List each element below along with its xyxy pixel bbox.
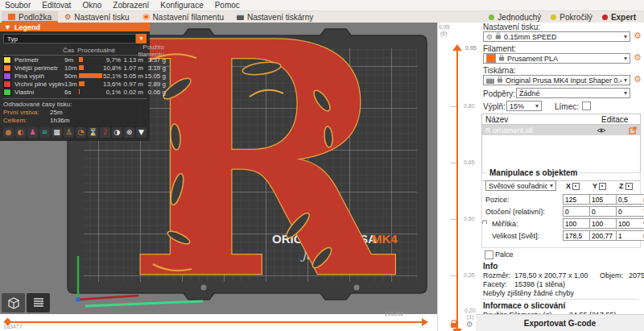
collapse-arrow-icon: ▼ xyxy=(4,23,11,31)
lock-icon[interactable] xyxy=(451,323,457,328)
chevron-down-icon: ▼ xyxy=(136,34,147,43)
move-slider-max-value: 226232 xyxy=(385,311,403,317)
position-z-input[interactable] xyxy=(616,194,644,205)
total-time: Celkem: 1h36m xyxy=(3,116,147,124)
size-z-input[interactable] xyxy=(616,230,644,241)
scale-y-input[interactable] xyxy=(589,218,619,229)
custom-gcodes-icon[interactable]: ⌛ xyxy=(88,127,98,138)
export-gcode-label: Exportovat G-code xyxy=(524,319,596,328)
layer-tick xyxy=(451,219,456,220)
menu-pomoc[interactable]: Pomoc xyxy=(215,1,240,10)
tool-marker-icon[interactable]: ▼ xyxy=(136,127,147,138)
tab-nastaveni-filamentu[interactable]: Nastavení filamentu xyxy=(136,11,230,23)
color-changes-icon[interactable]: ♙ xyxy=(64,127,74,138)
menu-zobrazeni[interactable]: Zobrazení xyxy=(113,1,149,10)
size-x-input[interactable] xyxy=(563,230,592,241)
size-y-input[interactable] xyxy=(589,230,619,241)
brim-label: Límec: xyxy=(555,102,579,111)
tab-podlozka[interactable]: Podložka xyxy=(2,11,58,23)
supports-select[interactable]: Žádné ▾ xyxy=(516,88,630,98)
tool-changes-icon[interactable]: ▦ xyxy=(52,127,62,138)
brim-checkbox[interactable] xyxy=(582,101,591,110)
rotation-y-input[interactable] xyxy=(589,206,619,217)
eye-icon[interactable] xyxy=(597,127,606,134)
chevron-down-icon: ▾ xyxy=(624,89,627,97)
x-axis-header: X xyxy=(566,182,580,190)
facets-label: Facety: xyxy=(483,280,507,288)
legend-panel: ▼ Legend Typ ▼ Čas Procentuálně Použito … xyxy=(0,23,150,141)
inches-checkbox[interactable] xyxy=(485,250,493,259)
estimates-icon[interactable]: 2 xyxy=(100,127,110,138)
scale-x-input[interactable] xyxy=(563,218,592,229)
tab-nastaveni-tiskarny[interactable]: Nastavení tiskárny xyxy=(230,11,320,23)
layer-slider-column xyxy=(437,23,481,331)
export-gcode-button[interactable]: Exportovat G-code xyxy=(476,314,644,331)
mode-simple-button[interactable]: Jednoduchý xyxy=(489,13,541,22)
menu-konfigurace[interactable]: Konfigurace xyxy=(160,1,203,10)
retractions-icon[interactable]: ● xyxy=(3,127,14,138)
rotation-x-input[interactable] xyxy=(563,206,592,217)
position-x-input[interactable] xyxy=(563,194,592,205)
green-dot-icon xyxy=(489,14,494,20)
layer-slider-top-static: 0,95 xyxy=(439,24,450,30)
layer-slider-bottom-value: 0,20 xyxy=(464,308,476,313)
rotation-z-input[interactable] xyxy=(616,206,644,217)
travels-icon[interactable]: ≡ xyxy=(39,127,50,138)
rotation-label: Otočení (relativní): xyxy=(485,208,545,216)
position-y-input[interactable] xyxy=(589,194,619,205)
mode-label: Jednoduchý xyxy=(497,13,541,22)
move-slider-track[interactable] xyxy=(10,321,423,323)
3d-viewport[interactable]: ORIGINAL PRUSA MK4 Josef Prusa R xyxy=(0,23,437,314)
printer-icon xyxy=(486,77,494,84)
model-object-r[interactable]: R xyxy=(126,24,398,314)
percent-bar xyxy=(79,89,80,94)
mode-advanced-button[interactable]: Pokročilý xyxy=(551,13,592,22)
legend-row-top-solid-infill: Vrchní plné výplně13m 13,6%0.97 m2.89 g xyxy=(3,80,147,88)
layer-slider-top-value: 0,95 xyxy=(465,45,477,51)
layer-slider-bottom-index: (1) xyxy=(467,314,474,320)
object-row[interactable]: R ornament.stl xyxy=(482,125,640,135)
printer-label: Tiskárna: xyxy=(483,66,516,75)
menu-soubor[interactable]: Soubor xyxy=(5,1,31,10)
move-slider-right-handle[interactable] xyxy=(422,318,428,326)
tab-label: Nastavení tiskárny xyxy=(247,13,313,22)
pause-prints-icon[interactable]: ◔ xyxy=(76,127,86,138)
filament-gear-button[interactable]: ⚙ xyxy=(634,53,642,63)
infill-select[interactable]: 15% ▾ xyxy=(506,101,542,111)
seams-icon[interactable]: ♟ xyxy=(27,127,38,138)
slicing-info-title: Informace o slicování xyxy=(483,301,565,310)
view-type-select[interactable]: Typ ▼ xyxy=(3,34,147,43)
slider-gear-icon[interactable]: ⚙ xyxy=(466,320,473,329)
layer-slider-track[interactable] xyxy=(456,50,458,331)
chevron-down-icon: ▾ xyxy=(550,182,553,189)
supports-label: Podpěry: xyxy=(483,89,515,98)
print-settings-gear-button[interactable]: ⚙ xyxy=(634,31,642,41)
volume-value: 20757,21 xyxy=(629,271,644,279)
chevron-down-icon: ▾ xyxy=(535,102,539,110)
menu-okno[interactable]: Okno xyxy=(82,1,101,10)
lock-icon xyxy=(499,56,504,60)
layer-slider-top-index: (6) xyxy=(440,31,448,36)
printer-gear-button[interactable]: ⚙ xyxy=(634,75,642,85)
editor-view-button[interactable] xyxy=(2,293,25,312)
preview-view-button[interactable] xyxy=(27,293,50,312)
object-manipulation-group: Manipulace s objektem Světové souřadnice… xyxy=(481,172,641,248)
coordinate-system-select[interactable]: Světové souřadnice ▾ xyxy=(485,180,556,191)
scale-z-input[interactable] xyxy=(616,218,644,229)
shells-icon[interactable]: ⊗ xyxy=(124,127,134,138)
printer-select[interactable]: Original Prusa MK4 Input Shaper 0.4 nozz… xyxy=(483,75,630,85)
red-dot-icon xyxy=(602,14,608,20)
edit-object-icon[interactable] xyxy=(629,126,637,134)
tab-nastaveni-tisku[interactable]: ⚙ Nastavení tisku xyxy=(58,11,135,23)
mode-expert-button[interactable]: Expert xyxy=(602,13,636,22)
filament-select[interactable]: Prusament PLA ▾ xyxy=(483,53,630,64)
errors-text: Nebyly zjištěny žádné chyby xyxy=(483,289,574,297)
layer-tick xyxy=(451,275,456,276)
legend-header[interactable]: ▼ Legend xyxy=(0,23,150,31)
deretractions-icon[interactable]: ◐ xyxy=(15,127,26,138)
layer-slider-top-handle[interactable] xyxy=(452,44,462,51)
size-info-label: Rozměr: xyxy=(483,271,510,279)
print-settings-select[interactable]: ⚙ 0.15mm SPEED ▾ xyxy=(483,31,630,42)
menu-editovat[interactable]: Editovat xyxy=(42,1,71,10)
center-of-gravity-icon[interactable]: ◑ xyxy=(112,127,122,138)
